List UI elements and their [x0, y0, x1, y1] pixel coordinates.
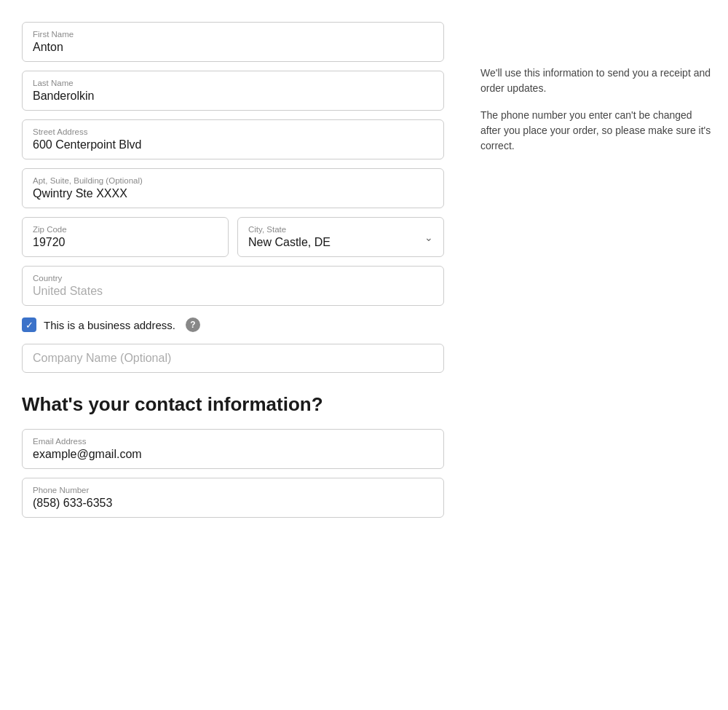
city-state-value: New Castle, DE: [248, 236, 433, 249]
city-state-label: City, State: [248, 225, 433, 234]
contact-section-title: What's your contact information?: [22, 393, 444, 416]
business-checkbox[interactable]: ✓: [22, 317, 36, 332]
first-name-label: First Name: [33, 30, 433, 39]
phone-field[interactable]: Phone Number (858) 633-6353: [22, 478, 444, 518]
first-name-value: Anton: [33, 41, 433, 54]
street-address-field[interactable]: Street Address 600 Centerpoint Blvd: [22, 119, 444, 159]
country-label: Country: [33, 274, 433, 283]
street-address-value: 600 Centerpoint Blvd: [33, 138, 433, 151]
email-info-text: We'll use this information to send you a…: [480, 66, 713, 96]
phone-label: Phone Number: [33, 486, 433, 494]
zip-code-value: 19720: [33, 236, 218, 249]
checkmark-icon: ✓: [25, 320, 33, 330]
last-name-value: Banderolkin: [33, 90, 433, 103]
apt-suite-field[interactable]: Apt, Suite, Building (Optional) Qwintry …: [22, 168, 444, 208]
phone-value: (858) 633-6353: [33, 497, 433, 510]
business-checkbox-row: ✓ This is a business address. ?: [22, 317, 444, 332]
last-name-label: Last Name: [33, 79, 433, 87]
zip-code-label: Zip Code: [33, 225, 218, 234]
sidebar-info: We'll use this information to send you a…: [466, 22, 728, 526]
email-field[interactable]: Email Address example@gmail.com: [22, 429, 444, 469]
zip-city-row: Zip Code 19720 City, State New Castle, D…: [22, 217, 444, 257]
city-state-chevron-icon: ⌄: [424, 232, 433, 243]
apt-suite-value: Qwintry Ste XXXX: [33, 187, 433, 200]
company-name-field[interactable]: Company Name (Optional): [22, 344, 444, 373]
email-label: Email Address: [33, 437, 433, 446]
phone-info-text: The phone number you enter can't be chan…: [480, 108, 713, 154]
help-icon[interactable]: ?: [186, 317, 200, 332]
zip-code-field[interactable]: Zip Code 19720: [22, 217, 229, 257]
apt-suite-label: Apt, Suite, Building (Optional): [33, 176, 433, 185]
email-value: example@gmail.com: [33, 448, 433, 461]
street-address-label: Street Address: [33, 127, 433, 136]
country-field[interactable]: Country United States: [22, 266, 444, 306]
address-form: First Name Anton Last Name Banderolkin S…: [0, 22, 466, 526]
last-name-field[interactable]: Last Name Banderolkin: [22, 71, 444, 111]
first-name-field[interactable]: First Name Anton: [22, 22, 444, 62]
sidebar-content: We'll use this information to send you a…: [480, 22, 713, 154]
company-name-placeholder: Company Name (Optional): [33, 352, 433, 365]
city-state-field[interactable]: City, State New Castle, DE ⌄: [237, 217, 444, 257]
business-checkbox-label: This is a business address.: [44, 319, 175, 331]
country-value: United States: [33, 285, 433, 298]
